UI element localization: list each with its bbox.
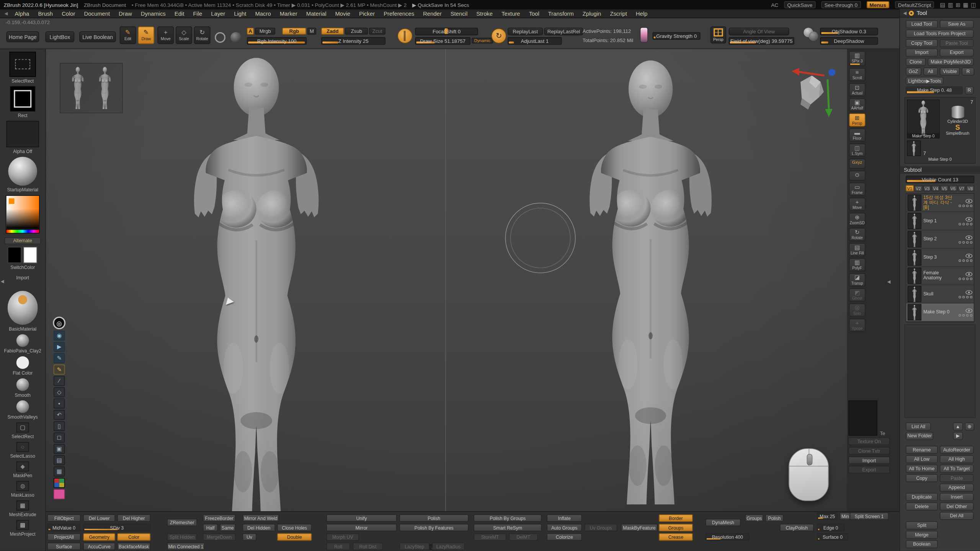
same-button[interactable]: Same bbox=[220, 524, 235, 531]
thumbnail-gray-model[interactable] bbox=[96, 65, 113, 111]
fabiopaiva-clay2-thumbnail[interactable] bbox=[16, 334, 29, 347]
fillobject-button[interactable]: FillObject bbox=[47, 514, 80, 522]
zcut-toggle[interactable]: Zcut bbox=[369, 28, 385, 34]
gravity-strength-slider[interactable]: Gravity Strength 0 bbox=[652, 32, 700, 40]
subtool-row-step-3[interactable]: Step 3 bbox=[906, 249, 974, 267]
smoothvalleys-thumbnail[interactable] bbox=[16, 400, 29, 413]
startupmaterial-thumbnail[interactable] bbox=[8, 157, 37, 186]
meshextrude-thumbnail[interactable] bbox=[16, 500, 29, 510]
layout-icon[interactable]: ▤ bbox=[940, 2, 945, 8]
palette-icon[interactable] bbox=[54, 478, 65, 488]
texture-thumbnail[interactable] bbox=[848, 400, 877, 435]
all-to-home-button[interactable]: All To Home bbox=[906, 465, 938, 473]
texture-sphere-icon[interactable] bbox=[230, 32, 241, 43]
hide-menus-arrow-icon[interactable]: ◀ bbox=[2, 11, 10, 16]
m-toggle[interactable]: M bbox=[307, 28, 316, 34]
pink-icon[interactable] bbox=[54, 489, 65, 499]
rect-thumbnail[interactable] bbox=[10, 86, 35, 111]
rgb-intensity-slider[interactable]: Rgb Intensity 100 bbox=[247, 37, 307, 45]
menu-item-stroke[interactable]: Stroke bbox=[472, 10, 497, 16]
polish-by-groups-button[interactable]: Polish By Groups bbox=[474, 514, 542, 522]
rgb-toggle[interactable]: Rgb bbox=[282, 28, 306, 34]
pencil-icon[interactable]: ✎ bbox=[54, 365, 65, 375]
subtool-tab-v5[interactable]: V5 bbox=[940, 185, 948, 191]
ghost-button[interactable]: ◩Ghost bbox=[849, 289, 866, 302]
make-polymesh3d-button[interactable]: Make PolyMesh3D bbox=[928, 58, 973, 66]
toggle-dot-icon[interactable] bbox=[966, 223, 969, 225]
rotate-button[interactable]: ↻Rotate bbox=[849, 228, 866, 241]
menu-item-color[interactable]: Color bbox=[57, 10, 80, 16]
sidebar-item-maskpen[interactable]: MaskPen bbox=[13, 461, 32, 478]
eye-icon[interactable] bbox=[965, 308, 972, 313]
polish-button[interactable]: Polish bbox=[399, 514, 469, 522]
see-through-slider[interactable]: See-through 0 bbox=[821, 1, 861, 8]
toggle-dot-icon[interactable] bbox=[970, 223, 973, 225]
ruler-icon[interactable]: ∕ bbox=[54, 376, 65, 386]
spix-3-button[interactable]: ▥SPix 3 bbox=[849, 51, 866, 66]
menu-item-stencil[interactable]: Stencil bbox=[446, 10, 472, 16]
del-all-button[interactable]: Del All bbox=[940, 512, 974, 520]
persp-button[interactable]: ⊞Persp bbox=[849, 113, 866, 127]
subtool-row-make-step-0[interactable]: Make Step 0 bbox=[906, 303, 974, 322]
border-button[interactable]: Border bbox=[659, 514, 693, 522]
menu-item-dynamics[interactable]: Dynamics bbox=[136, 10, 170, 16]
undo-icon[interactable]: ↶ bbox=[54, 410, 65, 420]
draw-size-slider[interactable]: Draw Size 51.18757 bbox=[415, 37, 470, 45]
maskpen-thumbnail[interactable] bbox=[16, 461, 29, 471]
toggle-dot-icon[interactable] bbox=[959, 223, 961, 225]
zadd-toggle[interactable]: Zadd bbox=[321, 28, 344, 34]
toggle-dot-icon[interactable] bbox=[970, 314, 973, 316]
toggle-dot-icon[interactable] bbox=[970, 241, 973, 243]
export-button[interactable]: Export bbox=[940, 49, 974, 57]
eye-icon[interactable] bbox=[965, 235, 972, 240]
toggle-dot-icon[interactable] bbox=[966, 204, 969, 207]
geometry-button[interactable]: Geometry bbox=[83, 533, 115, 541]
maskbyfeature-button[interactable]: MaskByFeature bbox=[621, 524, 657, 531]
sidebar-item-selectrect[interactable]: SelectRect bbox=[10, 52, 36, 84]
menu-item-zplugin[interactable]: Zplugin bbox=[578, 10, 606, 16]
load-tools-from-project-button[interactable]: Load Tools From Project bbox=[906, 29, 974, 37]
sidebar-item-selectlasso[interactable]: SelectLasso bbox=[10, 442, 35, 459]
new-folder-button[interactable]: New Folder bbox=[906, 432, 934, 440]
subtool-tab-v7[interactable]: V7 bbox=[958, 185, 966, 191]
toggle-dot-icon[interactable] bbox=[966, 241, 969, 243]
colorize-button[interactable]: Colorize bbox=[547, 533, 582, 541]
surface-button[interactable]: Surface bbox=[47, 543, 80, 550]
image-icon[interactable]: ▣ bbox=[54, 444, 65, 454]
menus-button[interactable]: Menus bbox=[866, 1, 889, 8]
del-other-button[interactable]: Del Other bbox=[940, 502, 974, 510]
toggle-dot-icon[interactable] bbox=[970, 204, 973, 207]
collapse-right-arrow-icon[interactable]: ◀ bbox=[887, 279, 891, 284]
menu-item-render[interactable]: Render bbox=[419, 10, 446, 16]
selectrect-thumbnail[interactable] bbox=[10, 52, 36, 77]
frame-button[interactable]: ▭Frame bbox=[849, 183, 866, 196]
eye-icon[interactable] bbox=[965, 199, 972, 203]
floor-button[interactable]: ▬Floor bbox=[849, 129, 866, 142]
cylinder3d-icon[interactable] bbox=[951, 106, 964, 118]
close-holes-button[interactable]: Close Holes bbox=[277, 524, 312, 531]
toggle-dot-icon[interactable] bbox=[959, 259, 961, 262]
toggle-dot-icon[interactable] bbox=[962, 259, 965, 262]
smart-resym-button[interactable]: Smart ReSym bbox=[474, 524, 542, 531]
eye-icon[interactable] bbox=[965, 253, 972, 258]
sidebar-item-selectrect[interactable]: SelectRect bbox=[11, 422, 34, 439]
toggle-dot-icon[interactable] bbox=[966, 259, 969, 262]
subtool-row-step-1[interactable]: Step 1 bbox=[906, 212, 974, 230]
menu-item-draw[interactable]: Draw bbox=[114, 10, 137, 16]
split-hidden-button[interactable]: Split Hidden bbox=[167, 533, 197, 541]
subtool-tab-v6[interactable]: V6 bbox=[949, 185, 957, 191]
polyf-button[interactable]: ▥PolyF bbox=[849, 258, 866, 272]
toggle-dot-icon[interactable] bbox=[966, 295, 969, 298]
toggle-dot-icon[interactable] bbox=[962, 277, 965, 280]
marker-icon[interactable]: ◎ bbox=[53, 317, 65, 329]
groups-button[interactable]: Groups bbox=[745, 514, 763, 522]
menu-item-macro[interactable]: Macro bbox=[251, 10, 275, 16]
merge-button[interactable]: Merge bbox=[906, 531, 938, 539]
line-fill-button[interactable]: ▤Line Fill bbox=[849, 243, 866, 256]
menu-item-material[interactable]: Material bbox=[302, 10, 331, 16]
cursor-icon[interactable]: ▶ bbox=[54, 342, 65, 352]
toggle-dot-icon[interactable] bbox=[959, 204, 961, 207]
dynamic-toggle[interactable]: Dynamic bbox=[472, 38, 493, 44]
clipboard-icon[interactable]: ▤ bbox=[54, 455, 65, 465]
adjust-last-slider[interactable]: AdjustLast 1 bbox=[508, 37, 562, 45]
